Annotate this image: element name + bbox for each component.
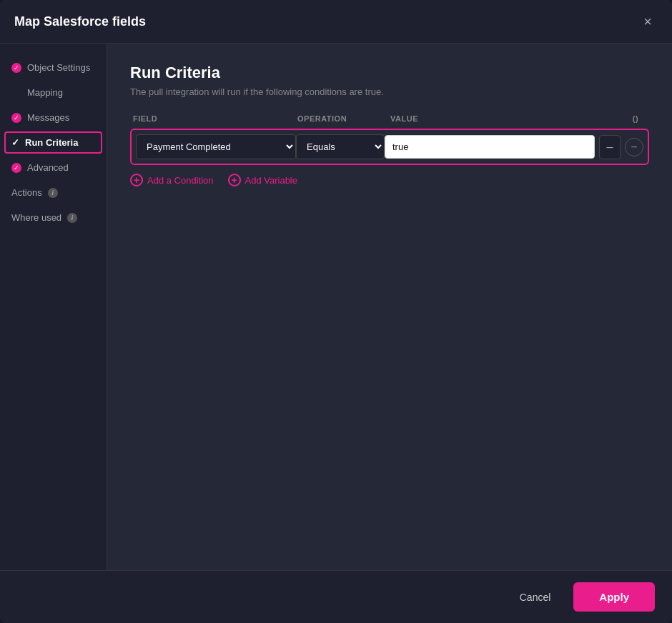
add-condition-label: Add a Condition bbox=[147, 175, 214, 186]
main-content: Run Criteria The pull integration will r… bbox=[107, 44, 672, 570]
sidebar: ✓ Object Settings Mapping ✓ Messages ✓ R… bbox=[0, 44, 107, 570]
add-condition-plus-icon: + bbox=[130, 174, 143, 186]
page-title: Run Criteria bbox=[130, 64, 649, 82]
modal-title: Map Salesforce fields bbox=[14, 14, 146, 29]
field-select[interactable]: Payment Completed Status Amount Date bbox=[136, 134, 296, 159]
sidebar-item-run-criteria[interactable]: ✓ Run Criteria bbox=[4, 131, 102, 154]
value-input[interactable] bbox=[385, 135, 595, 159]
check-icon-advanced: ✓ bbox=[11, 163, 21, 173]
add-variable-link[interactable]: + Add Variable bbox=[228, 174, 297, 186]
field-column: Payment Completed Status Amount Date bbox=[136, 134, 296, 159]
check-icon-messages: ✓ bbox=[11, 113, 21, 123]
sidebar-label-advanced: Advanced bbox=[27, 162, 69, 173]
sidebar-item-mapping[interactable]: Mapping bbox=[0, 80, 107, 105]
col-header-field: FIELD bbox=[133, 114, 297, 123]
add-variable-label: Add Variable bbox=[245, 175, 297, 186]
sidebar-label-mapping: Mapping bbox=[27, 87, 63, 98]
page-subtitle: The pull integration will run if the fol… bbox=[130, 86, 649, 97]
modal-body: ✓ Object Settings Mapping ✓ Messages ✓ R… bbox=[0, 44, 672, 570]
col-header-operation: OPERATION bbox=[297, 114, 390, 123]
sidebar-label-object-settings: Object Settings bbox=[27, 62, 90, 73]
info-icon-where-used: i bbox=[67, 213, 77, 223]
sidebar-item-advanced[interactable]: ✓ Advanced bbox=[0, 155, 107, 180]
sidebar-label-actions: Actions bbox=[11, 187, 42, 198]
close-button[interactable]: × bbox=[638, 11, 658, 31]
condition-row: Payment Completed Status Amount Date Equ… bbox=[130, 129, 649, 165]
sidebar-item-actions[interactable]: Actions i bbox=[0, 180, 107, 205]
sidebar-label-messages: Messages bbox=[27, 112, 69, 123]
sidebar-item-object-settings[interactable]: ✓ Object Settings bbox=[0, 55, 107, 80]
modal-footer: Cancel Apply bbox=[0, 570, 672, 623]
modal: Map Salesforce fields × ✓ Object Setting… bbox=[0, 0, 672, 623]
check-icon-run-criteria: ✓ bbox=[11, 137, 19, 148]
info-icon-actions: i bbox=[48, 188, 58, 198]
add-row: + Add a Condition + Add Variable bbox=[130, 174, 649, 186]
operation-column: Equals Not Equals Contains Greater Than … bbox=[296, 134, 385, 159]
apply-button[interactable]: Apply bbox=[573, 582, 655, 612]
cancel-button[interactable]: Cancel bbox=[505, 584, 565, 610]
value-column bbox=[385, 135, 595, 159]
add-variable-plus-icon: + bbox=[228, 174, 241, 186]
modal-header: Map Salesforce fields × bbox=[0, 0, 672, 44]
sidebar-item-where-used[interactable]: Where used i bbox=[0, 205, 107, 230]
table-header: FIELD OPERATION VALUE () bbox=[130, 114, 649, 123]
sidebar-label-where-used: Where used bbox=[11, 212, 61, 223]
add-condition-link[interactable]: + Add a Condition bbox=[130, 174, 214, 186]
remove-condition-button[interactable]: − bbox=[625, 138, 643, 156]
operation-select[interactable]: Equals Not Equals Contains Greater Than … bbox=[296, 134, 385, 159]
col-header-value: VALUE bbox=[390, 114, 625, 123]
sidebar-item-messages[interactable]: ✓ Messages bbox=[0, 105, 107, 130]
check-icon-object-settings: ✓ bbox=[11, 63, 21, 73]
sidebar-label-run-criteria: Run Criteria bbox=[25, 137, 78, 148]
col-header-paren: () bbox=[625, 114, 646, 123]
dash-button[interactable]: – bbox=[599, 135, 621, 159]
